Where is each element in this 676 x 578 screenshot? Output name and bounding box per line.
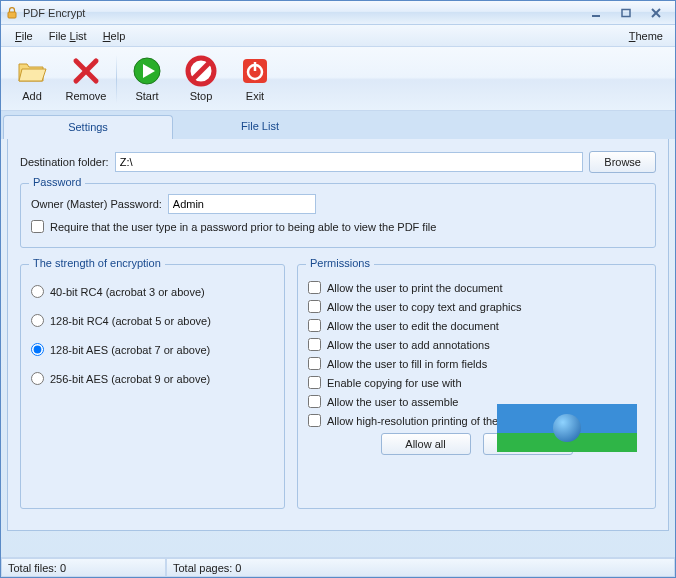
svg-rect-0 [8,12,16,18]
svg-rect-2 [622,9,630,16]
remove-label: Remove [66,90,107,102]
status-total-files: Total files: 0 [1,558,166,577]
enc-128bit-rc4-label: 128-bit RC4 (acrobat 5 or above) [50,315,211,327]
exit-label: Exit [246,90,264,102]
require-view-password-row[interactable]: Require that the user type in a password… [31,220,645,233]
tab-bar: Settings File List [1,111,675,139]
enc-256bit-aes-row[interactable]: 256-bit AES (acrobat 9 or above) [31,372,274,385]
power-icon [239,55,271,87]
perm-print-checkbox[interactable] [308,281,321,294]
titlebar: PDF Encrypt [1,1,675,25]
dest-folder-input[interactable] [115,152,584,172]
close-button[interactable] [647,6,665,20]
status-total-pages: Total pages: 0 [166,558,675,577]
minimize-button[interactable] [587,6,605,20]
perm-copy-checkbox[interactable] [308,300,321,313]
enc-128bit-rc4-radio[interactable] [31,314,44,327]
perm-assemble-label: Allow the user to assemble [327,396,458,408]
perm-annot-label: Allow the user to add annotations [327,339,490,351]
toolbar: Add Remove Start Stop Exit [1,47,675,111]
add-button[interactable]: Add [5,50,59,108]
perm-annot-row[interactable]: Allow the user to add annotations [308,338,645,351]
enc-40bit-rc4-radio[interactable] [31,285,44,298]
browse-button[interactable]: Browse [589,151,656,173]
perm-hires-checkbox[interactable] [308,414,321,427]
enc-128bit-aes-radio[interactable] [31,343,44,356]
play-icon [131,55,163,87]
owner-password-label: Owner (Master) Password: [31,198,162,210]
app-window: PDF Encrypt File File List Help Theme Ad… [0,0,676,578]
encryption-legend: The strength of encryption [29,257,165,269]
tab-settings[interactable]: Settings [3,115,173,139]
perm-copy-label: Allow the user to copy text and graphics [327,301,521,313]
password-fieldset: Password Owner (Master) Password: Requir… [20,183,656,248]
password-legend: Password [29,176,85,188]
perm-annot-checkbox[interactable] [308,338,321,351]
perm-print-row[interactable]: Allow the user to print the document [308,281,645,294]
allow-all-button[interactable]: Allow all [381,433,471,455]
menu-help[interactable]: Help [95,28,134,44]
permissions-fieldset: Permissions Allow the user to print the … [297,264,656,509]
enc-40bit-rc4-row[interactable]: 40-bit RC4 (acrobat 3 or above) [31,285,274,298]
enc-40bit-rc4-label: 40-bit RC4 (acrobat 3 or above) [50,286,205,298]
perm-edit-label: Allow the user to edit the document [327,320,499,332]
dest-folder-label: Destination folder: [20,156,109,168]
perm-print-label: Allow the user to print the document [327,282,502,294]
require-view-password-label: Require that the user type in a password… [50,221,436,233]
perm-assemble-checkbox[interactable] [308,395,321,408]
settings-panel: Destination folder: Browse Password Owne… [7,139,669,531]
menu-file[interactable]: File [7,28,41,44]
encryption-fieldset: The strength of encryption 40-bit RC4 (a… [20,264,285,509]
watermark-image [497,404,637,452]
stop-button[interactable]: Stop [174,50,228,108]
stop-icon [185,55,217,87]
menu-theme[interactable]: Theme [623,28,669,44]
permissions-legend: Permissions [306,257,374,269]
perm-edit-checkbox[interactable] [308,319,321,332]
add-label: Add [22,90,42,102]
lock-icon [5,6,19,20]
folder-open-icon [16,55,48,87]
require-view-password-checkbox[interactable] [31,220,44,233]
perm-edit-row[interactable]: Allow the user to edit the document [308,319,645,332]
perm-access-row[interactable]: Enable copying for use with [308,376,645,389]
enc-256bit-aes-radio[interactable] [31,372,44,385]
delete-x-icon [70,55,102,87]
perm-fill-label: Allow the user to fill in form fields [327,358,487,370]
start-button[interactable]: Start [120,50,174,108]
maximize-button[interactable] [617,6,635,20]
statusbar: Total files: 0 Total pages: 0 [1,557,675,577]
enc-256bit-aes-label: 256-bit AES (acrobat 9 or above) [50,373,210,385]
menu-file-list[interactable]: File List [41,28,95,44]
enc-128bit-rc4-row[interactable]: 128-bit RC4 (acrobat 5 or above) [31,314,274,327]
enc-128bit-aes-label: 128-bit AES (acrobat 7 or above) [50,344,210,356]
perm-fill-row[interactable]: Allow the user to fill in form fields [308,357,645,370]
toolbar-separator [116,55,117,103]
perm-copy-row[interactable]: Allow the user to copy text and graphics [308,300,645,313]
enc-128bit-aes-row[interactable]: 128-bit AES (acrobat 7 or above) [31,343,274,356]
perm-fill-checkbox[interactable] [308,357,321,370]
remove-button[interactable]: Remove [59,50,113,108]
perm-access-checkbox[interactable] [308,376,321,389]
window-title: PDF Encrypt [23,7,587,19]
tab-file-list[interactable]: File List [175,115,345,139]
perm-access-label: Enable copying for use with [327,377,462,389]
start-label: Start [135,90,158,102]
exit-button[interactable]: Exit [228,50,282,108]
owner-password-input[interactable] [168,194,316,214]
stop-label: Stop [190,90,213,102]
menubar: File File List Help Theme [1,25,675,47]
